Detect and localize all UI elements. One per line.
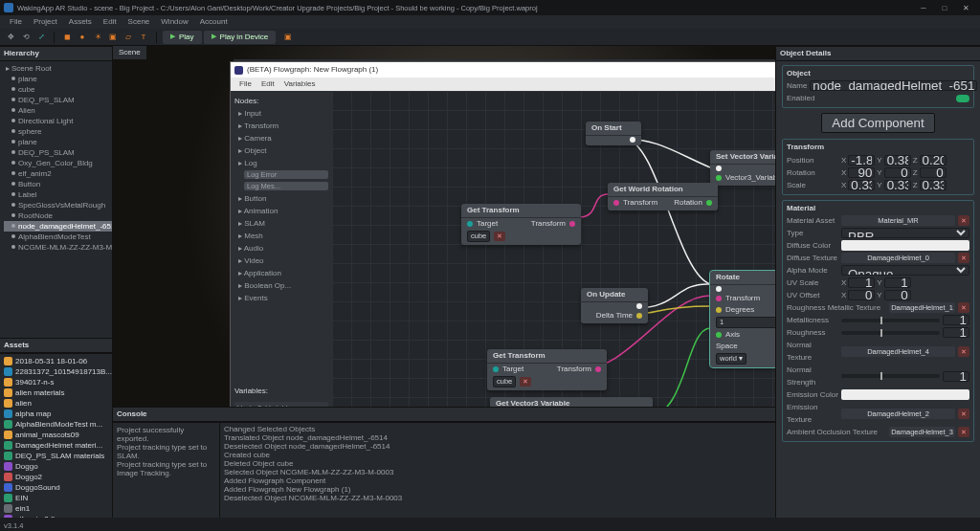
fg-leaf[interactable]: Log Mes...	[244, 182, 328, 190]
asset-item[interactable]: AlphaBlendModeTest m...	[0, 419, 112, 430]
port-out[interactable]	[636, 313, 642, 319]
window-close-icon[interactable]: ✕	[955, 0, 976, 15]
asset-item[interactable]: alpha map	[0, 409, 112, 419]
uvoff-x[interactable]	[848, 290, 875, 300]
diffuse-color-swatch[interactable]	[841, 240, 969, 251]
pos-x[interactable]	[848, 155, 875, 166]
hierarchy-item[interactable]: NCGME-MLM-ZZ-ZZ-M3-M-00...	[4, 242, 112, 253]
hierarchy-item[interactable]: DEQ_PS_SLAM	[4, 95, 112, 105]
rot-y[interactable]	[884, 167, 911, 178]
hierarchy-item[interactable]: Label	[4, 189, 112, 200]
node-get-transform-1[interactable]: Get Transform TargetTransform cube✕	[461, 204, 581, 245]
fg-cat[interactable]: Button	[234, 193, 328, 204]
port-out[interactable]	[630, 137, 635, 143]
hierarchy-item[interactable]: sphere	[4, 126, 112, 137]
type-select[interactable]: PBR	[841, 228, 969, 238]
port-in[interactable]	[716, 175, 722, 181]
port-in[interactable]	[467, 221, 473, 227]
fg-cat[interactable]: Boolean Op...	[234, 280, 328, 291]
fg-cat[interactable]: Object	[234, 145, 328, 156]
fg-cat[interactable]: Camera	[234, 133, 328, 144]
normstr-val[interactable]	[943, 371, 969, 382]
fg-cat[interactable]: Audio	[234, 243, 328, 254]
asset-item[interactable]: EIN	[0, 493, 112, 503]
fg-variable-item[interactable]: Vector3_Variable	[234, 402, 328, 407]
menu-account[interactable]: Account	[194, 17, 234, 27]
hierarchy-item[interactable]: AlphaBlendModeTest	[4, 232, 112, 242]
clear-icon[interactable]: ✕	[958, 253, 969, 263]
tool-rotate-icon[interactable]: ⟲	[19, 31, 33, 44]
flowgraph-canvas[interactable]: On Start Set Vector3 Variable Vector3_Va…	[332, 91, 775, 407]
play-button[interactable]: Play	[163, 31, 202, 44]
menu-assets[interactable]: Assets	[63, 17, 98, 27]
node-set-vector3-variable[interactable]: Set Vector3 Variable Vector3_Variable	[710, 150, 775, 186]
port-out[interactable]	[706, 200, 712, 206]
tool-camera-icon[interactable]: ▣	[106, 31, 120, 44]
menu-project[interactable]: Project	[28, 17, 63, 27]
alpha-select[interactable]: Opaque	[841, 265, 969, 276]
tool-select-icon[interactable]: ✥	[4, 31, 17, 44]
clear-icon[interactable]: ✕	[958, 302, 969, 313]
hierarchy-tree[interactable]: Scene RootplanecubeDEQ_PS_SLAMAlienDirec…	[0, 61, 112, 339]
rough-val[interactable]	[943, 327, 969, 338]
clear-icon[interactable]: ✕	[958, 427, 969, 437]
fg-cat[interactable]: Application	[234, 268, 328, 278]
hierarchy-item[interactable]: Button	[4, 179, 112, 189]
norm-tex-chip[interactable]: DamagedHelmet_4	[841, 346, 955, 357]
rot-z[interactable]	[920, 167, 947, 178]
tool-scale-icon[interactable]: ⤢	[34, 31, 48, 44]
tool-light-icon[interactable]: ☀	[91, 31, 104, 44]
node-value[interactable]: cube	[493, 376, 516, 387]
hierarchy-item[interactable]: plane	[4, 74, 112, 84]
clear-icon[interactable]: ✕	[958, 215, 969, 226]
hierarchy-item[interactable]: DEQ_PS_SLAM	[4, 147, 112, 158]
hierarchy-item[interactable]: SpecGlossVsMetalRough	[4, 200, 112, 210]
port-in[interactable]	[716, 286, 722, 292]
menu-file[interactable]: File	[4, 17, 28, 27]
flowgraph-window[interactable]: (BETA) Flowgraph: New Flowgraph (1) ─ □ …	[230, 61, 775, 407]
uvscale-y[interactable]	[884, 277, 911, 288]
rough-slider[interactable]	[841, 331, 940, 335]
port-in[interactable]	[716, 296, 722, 301]
node-get-world-rotation[interactable]: Get World Rotation TransformRotation	[608, 183, 718, 210]
port-in[interactable]	[613, 200, 619, 206]
hierarchy-item[interactable]: Oxy_Gen_Color_Bldg	[4, 158, 112, 168]
clear-icon[interactable]: ✕	[494, 232, 505, 241]
scl-y[interactable]	[884, 180, 911, 190]
port-in[interactable]	[716, 307, 722, 313]
rot-x[interactable]	[848, 167, 875, 178]
console-right[interactable]: Changed Selected ObjectsTranslated Objec…	[220, 423, 775, 518]
asset-item[interactable]: Doggo	[0, 461, 112, 472]
metal-slider[interactable]	[841, 319, 940, 322]
play-device-button[interactable]: Play in Device	[204, 31, 277, 44]
tool-cube-icon[interactable]: ◼	[60, 31, 74, 44]
console-left[interactable]: Project successfully exported.Project tr…	[113, 423, 220, 518]
node-rotate[interactable]: Rotate Transform Degrees 1 Axis Space wo…	[710, 271, 775, 367]
menu-window[interactable]: Window	[155, 17, 193, 27]
fg-cat[interactable]: Input	[234, 108, 328, 119]
hierarchy-root[interactable]: Scene Root	[4, 63, 112, 74]
port-in[interactable]	[493, 366, 499, 372]
asset-item[interactable]: ein1	[0, 503, 112, 514]
fg-menu-edit[interactable]: Edit	[256, 79, 279, 89]
asset-item[interactable]: animal_mascots09	[0, 430, 112, 440]
window-maximize-icon[interactable]: □	[934, 0, 955, 15]
hierarchy-item[interactable]: node_damagedHelmet_-6514	[4, 221, 112, 232]
hierarchy-item[interactable]: elf_anim2	[4, 168, 112, 179]
tool-sphere-icon[interactable]: ●	[76, 31, 89, 44]
port-in[interactable]	[716, 166, 722, 171]
port-out[interactable]	[595, 366, 601, 372]
asset-item[interactable]: 2018-05-31 18-01-06	[0, 356, 112, 366]
object-name-input[interactable]	[810, 80, 977, 91]
enabled-toggle[interactable]	[956, 95, 969, 102]
node-value[interactable]: cube	[467, 231, 490, 242]
scl-z[interactable]	[920, 180, 947, 190]
fg-cat[interactable]: Transform	[234, 121, 328, 131]
normstr-slider[interactable]	[841, 374, 940, 378]
uvscale-x[interactable]	[848, 277, 875, 288]
menu-scene[interactable]: Scene	[122, 17, 156, 27]
window-minimize-icon[interactable]: ─	[913, 0, 934, 15]
clear-icon[interactable]: ✕	[958, 409, 969, 419]
emis-tex-chip[interactable]: DamagedHelmet_2	[841, 409, 955, 419]
flowgraph-sidebar[interactable]: Nodes: Input Transform Camera Object Log…	[231, 91, 332, 407]
